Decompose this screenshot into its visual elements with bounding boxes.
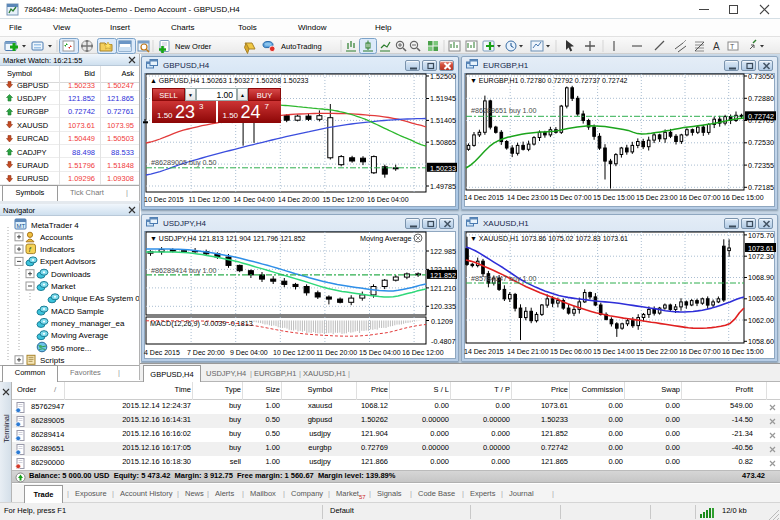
svg-text:10 Dec 12:00: 10 Dec 12:00 bbox=[273, 349, 315, 356]
svg-text:-0.4807: -0.4807 bbox=[431, 337, 455, 346]
svg-text:15 Dec 04:00: 15 Dec 04:00 bbox=[359, 349, 401, 356]
svg-text:Unique EAs System 05: Unique EAs System 05 bbox=[62, 294, 139, 303]
svg-text:1073.61: 1073.61 bbox=[748, 244, 774, 253]
svg-text:16 Dec 04:00: 16 Dec 04:00 bbox=[367, 196, 409, 203]
svg-text:1062.00: 1062.00 bbox=[748, 316, 774, 325]
svg-text:16 Dec 15:00: 16 Dec 15:00 bbox=[722, 194, 764, 201]
svg-text:16 Dec 12:00: 16 Dec 12:00 bbox=[402, 349, 444, 356]
svg-text:15 Dec 15:00: 15 Dec 15:00 bbox=[593, 194, 635, 201]
svg-text:956 more...: 956 more... bbox=[51, 344, 91, 353]
svg-text:4 Dec 2015: 4 Dec 2015 bbox=[144, 349, 180, 356]
svg-text:MACD Sample: MACD Sample bbox=[51, 307, 104, 316]
svg-text:▼ USDJPY,H4 121.813 121.904 12: ▼ USDJPY,H4 121.813 121.904 121.796 121.… bbox=[150, 235, 306, 242]
svg-text:120.335: 120.335 bbox=[430, 302, 456, 311]
svg-text:money_manager_ea: money_manager_ea bbox=[51, 319, 125, 328]
svg-text:Scripts: Scripts bbox=[40, 356, 64, 365]
svg-text:MACD(12,26,9) -0.0039 -0.1813: MACD(12,26,9) -0.0039 -0.1813 bbox=[150, 319, 253, 328]
svg-text:Moving Average: Moving Average bbox=[360, 234, 411, 243]
svg-text:1072.30: 1072.30 bbox=[748, 252, 774, 261]
svg-text:1.51945: 1.51945 bbox=[430, 94, 456, 103]
svg-text:0.72355: 0.72355 bbox=[748, 161, 774, 170]
svg-text:14 Dec 2015: 14 Dec 2015 bbox=[464, 194, 504, 201]
svg-text:MT: MT bbox=[17, 223, 26, 229]
svg-text:122.985: 122.985 bbox=[430, 247, 456, 256]
svg-text:MetaTrader 4: MetaTrader 4 bbox=[31, 221, 79, 230]
svg-text:16 Dec 07:00: 16 Dec 07:00 bbox=[679, 348, 721, 355]
svg-text:15 Dec 06:00: 15 Dec 06:00 bbox=[550, 348, 592, 355]
svg-text:New Order: New Order bbox=[175, 42, 212, 51]
svg-text:15 Dec 07:00: 15 Dec 07:00 bbox=[550, 194, 592, 201]
svg-text:16 Dec 15:00: 16 Dec 15:00 bbox=[722, 348, 764, 355]
svg-text:1068.90: 1068.90 bbox=[748, 273, 774, 282]
svg-text:T: T bbox=[730, 43, 735, 50]
svg-text:11 Dec 12:00: 11 Dec 12:00 bbox=[189, 196, 230, 203]
svg-text:14 Dec 20:00: 14 Dec 20:00 bbox=[278, 196, 320, 203]
svg-text:15 Dec 22:00: 15 Dec 22:00 bbox=[636, 348, 678, 355]
svg-text:121.210: 121.210 bbox=[430, 284, 456, 293]
svg-text:14 Dec 23:00: 14 Dec 23:00 bbox=[507, 194, 549, 201]
svg-text:1058.60: 1058.60 bbox=[748, 337, 774, 346]
svg-text:1.51405: 1.51405 bbox=[430, 116, 456, 125]
svg-text:▲ GBPUSD,H4 1.50263 1.50327 1.: ▲ GBPUSD,H4 1.50263 1.50327 1.50208 1.50… bbox=[150, 77, 308, 84]
svg-text:16 Dec 07:00: 16 Dec 07:00 bbox=[679, 194, 721, 201]
svg-text:14 Dec 21:00: 14 Dec 21:00 bbox=[507, 348, 549, 355]
svg-text:121.852: 121.852 bbox=[430, 271, 456, 280]
svg-text:14 Dec 2015: 14 Dec 2015 bbox=[464, 348, 504, 355]
svg-text:15 Dec 23:00: 15 Dec 23:00 bbox=[636, 194, 678, 201]
svg-text:A: A bbox=[713, 41, 720, 52]
svg-text:14 Dec 04:00: 14 Dec 04:00 bbox=[233, 196, 275, 203]
svg-text:1.49785: 1.49785 bbox=[430, 182, 456, 191]
svg-text:0.72880: 0.72880 bbox=[748, 94, 774, 103]
svg-text:0.72742: 0.72742 bbox=[748, 112, 774, 121]
svg-text:▼ EURGBP,H1 0.72780 0.72792 0.: ▼ EURGBP,H1 0.72780 0.72792 0.72737 0.72… bbox=[470, 77, 628, 84]
svg-text:Accounts: Accounts bbox=[40, 233, 73, 242]
svg-text:9 Dec 04:00: 9 Dec 04:00 bbox=[230, 349, 268, 356]
svg-text:Expert Advisors: Expert Advisors bbox=[40, 257, 96, 266]
svg-text:#86289005 buy 0.50: #86289005 buy 0.50 bbox=[151, 158, 217, 167]
svg-text:#86289414 buy 1.00: #86289414 buy 1.00 bbox=[151, 266, 217, 275]
svg-text:1075.70: 1075.70 bbox=[748, 231, 774, 240]
svg-text:7 Dec 20:00: 7 Dec 20:00 bbox=[187, 349, 225, 356]
svg-text:AutoTrading: AutoTrading bbox=[281, 42, 322, 51]
svg-text:15 Dec 14:00: 15 Dec 14:00 bbox=[593, 348, 635, 355]
svg-text:#85784147 buy 1.00: #85784147 buy 1.00 bbox=[471, 274, 537, 283]
svg-text:1.50865: 1.50865 bbox=[430, 138, 456, 147]
svg-text:1065.40: 1065.40 bbox=[748, 294, 774, 303]
svg-text:#86289651 buy 1.00: #86289651 buy 1.00 bbox=[471, 106, 537, 115]
svg-text:0.72185: 0.72185 bbox=[748, 183, 774, 192]
svg-text:0.72530: 0.72530 bbox=[748, 138, 774, 147]
svg-text:0.73050: 0.73050 bbox=[748, 72, 774, 81]
svg-text:10 Dec 2015: 10 Dec 2015 bbox=[144, 196, 184, 203]
svg-text:1.52500: 1.52500 bbox=[430, 72, 456, 81]
svg-text:1.50233: 1.50233 bbox=[430, 164, 456, 173]
svg-text:Moving Average: Moving Average bbox=[51, 331, 109, 340]
svg-text:▼ XAUUSD,H1 1073.86 1075.02 10: ▼ XAUUSD,H1 1073.86 1075.02 1072.83 1073… bbox=[470, 235, 628, 242]
svg-text:11 Dec 20:00: 11 Dec 20:00 bbox=[316, 349, 357, 356]
svg-text:Indicators: Indicators bbox=[40, 245, 75, 254]
svg-text:0.1209: 0.1209 bbox=[431, 317, 453, 326]
svg-text:15 Dec 12:00: 15 Dec 12:00 bbox=[322, 196, 364, 203]
svg-text:Market: Market bbox=[51, 282, 76, 291]
svg-text:Downloads: Downloads bbox=[51, 270, 91, 279]
